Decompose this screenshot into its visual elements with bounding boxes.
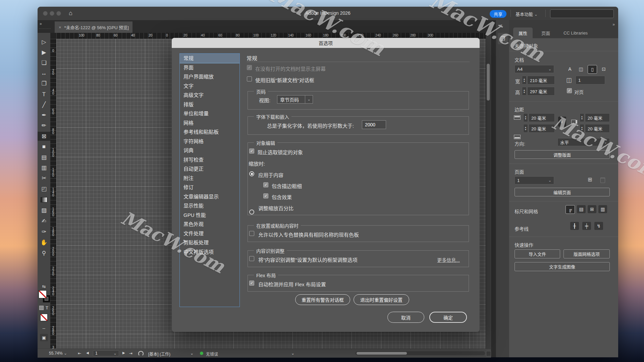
- add-page-icon[interactable]: ⊞: [588, 176, 592, 183]
- delete-page-icon[interactable]: [600, 178, 605, 183]
- facing-pages-checkbox[interactable]: [567, 88, 572, 93]
- link-margins-icon[interactable]: ∞: [558, 117, 566, 127]
- content-collector-tool-icon[interactable]: ❐: [38, 79, 50, 88]
- preferences-category-19[interactable]: 黑色外观: [180, 220, 239, 229]
- book-preset-icon[interactable]: ◫: [577, 65, 585, 73]
- screen-mode-button[interactable]: ▣: [40, 334, 48, 341]
- search-input[interactable]: [550, 9, 614, 18]
- page-numbering-view-select[interactable]: 章节页码 ⌄: [277, 95, 313, 104]
- preferences-category-22[interactable]: 中文排版选项: [180, 247, 239, 257]
- preferences-category-13[interactable]: 自动更正: [180, 164, 239, 174]
- preferences-category-7[interactable]: 单位和增量: [180, 109, 239, 118]
- preferences-category-20[interactable]: 文件处理: [180, 229, 239, 238]
- collapse-to-icons-icon[interactable]: »: [612, 22, 615, 27]
- frame-tool-icon[interactable]: ⊠: [38, 132, 50, 141]
- height-field[interactable]: 297 毫米: [527, 87, 555, 96]
- preferences-category-6[interactable]: 排版: [180, 100, 239, 109]
- reset-warnings-button[interactable]: 重置所有警告对话框: [295, 294, 350, 305]
- preferences-category-9[interactable]: 参考线和粘贴板: [180, 127, 239, 137]
- previous-page-icon[interactable]: ◀: [86, 351, 89, 355]
- scissors-tool-icon[interactable]: ✂: [38, 174, 50, 183]
- include-effects-checkbox[interactable]: [263, 193, 268, 198]
- gradient-tool-icon[interactable]: [38, 195, 50, 204]
- free-transform-tool-icon[interactable]: ◰: [38, 184, 50, 193]
- baseline-grid-icon[interactable]: ▤: [577, 205, 586, 213]
- text-to-image-button[interactable]: 文字生成图像: [515, 262, 610, 271]
- document-grid-icon[interactable]: ⊞: [588, 205, 596, 213]
- preferences-category-4[interactable]: 文字: [180, 81, 239, 91]
- horizontal-grid-tool-icon[interactable]: ▤: [38, 153, 50, 162]
- web-preset-icon[interactable]: ⊡: [599, 65, 608, 73]
- margin-inside-stepper[interactable]: ▲▼: [580, 124, 584, 133]
- page-select[interactable]: 1⌄: [515, 176, 554, 184]
- vertical-scrollbar-thumb[interactable]: [487, 64, 490, 101]
- ruler-origin-corner[interactable]: [50, 33, 57, 39]
- import-file-button[interactable]: 导入文件: [515, 249, 560, 258]
- layout-grid-options-button[interactable]: 版面网格选项: [564, 249, 610, 258]
- preferences-category-1[interactable]: 常规: [180, 54, 239, 63]
- note-tool-icon[interactable]: ✍: [38, 217, 50, 226]
- close-tab-icon[interactable]: ×: [59, 25, 61, 30]
- type-tool-icon[interactable]: T: [38, 90, 50, 99]
- formatting-affects-toggle[interactable]: T: [39, 305, 49, 310]
- eyedropper-tool-icon[interactable]: ✑: [38, 227, 50, 236]
- preferences-category-18[interactable]: GPU 性能: [180, 210, 239, 220]
- margin-bottom-stepper[interactable]: ▲▼: [523, 124, 528, 133]
- preferences-category-12[interactable]: 拼写检查: [180, 155, 239, 165]
- preflight-icon[interactable]: [138, 351, 144, 356]
- share-button[interactable]: 共享: [490, 10, 506, 18]
- adjust-layout-button[interactable]: 调整版面: [515, 150, 610, 159]
- formatting-text-icon[interactable]: T: [46, 305, 48, 310]
- first-page-icon[interactable]: ⇤: [78, 351, 81, 356]
- pen-tool-icon[interactable]: ✒: [38, 111, 50, 120]
- expand-dock-icon[interactable]: »: [40, 21, 42, 26]
- show-home-screen-checkbox[interactable]: [247, 65, 252, 70]
- print-preset-icon[interactable]: A: [566, 65, 574, 73]
- preferences-category-16[interactable]: 文章编辑器显示: [180, 192, 239, 201]
- width-field[interactable]: 210 毫米: [527, 76, 555, 84]
- selection-tool-icon[interactable]: ▷: [38, 38, 50, 47]
- document-tab[interactable]: × *未命名-1222 @ 56% [GPU 预览]: [55, 21, 132, 33]
- smart-guides-icon[interactable]: ↯: [594, 222, 603, 230]
- preflight-profile[interactable]: [基本] (工作): [148, 351, 170, 357]
- apply-none-button[interactable]: [40, 314, 48, 321]
- next-page-icon[interactable]: ▶: [122, 351, 125, 355]
- vertical-ruler[interactable]: 0204060801001201401601802002202402602803…: [50, 39, 56, 349]
- direct-selection-tool-icon[interactable]: ▶: [38, 48, 50, 57]
- preferences-category-8[interactable]: 网格: [180, 118, 239, 128]
- fill-swatch-none[interactable]: [39, 290, 47, 298]
- error-status[interactable]: 无错误: [206, 351, 218, 357]
- preferences-category-3[interactable]: 用户界面缩放: [180, 72, 239, 81]
- guides-icon[interactable]: ╂: [570, 222, 579, 230]
- content-aware-default-checkbox[interactable]: [249, 256, 254, 261]
- zoom-tool-icon[interactable]: ⚲: [38, 249, 50, 258]
- gradient-feather-tool-icon[interactable]: ▨: [38, 206, 50, 215]
- include-stroke-weight-checkbox[interactable]: [263, 182, 268, 187]
- page-size-select[interactable]: A4⌄: [515, 65, 554, 73]
- preferences-category-17[interactable]: 显示性能: [180, 201, 239, 210]
- rectangle-tool-icon[interactable]: ■: [38, 142, 50, 151]
- horizontal-scrollbar[interactable]: [356, 351, 485, 355]
- apply-to-content-radio[interactable]: [249, 171, 254, 176]
- more-info-link[interactable]: 更多信息...: [437, 256, 460, 263]
- page-tool-icon[interactable]: ❏: [38, 58, 50, 67]
- flex-auto-detect-checkbox[interactable]: [249, 281, 254, 286]
- tab-properties[interactable]: 属性: [513, 27, 533, 38]
- pages-count-field[interactable]: 1: [576, 76, 605, 84]
- collapse-dock-icon[interactable]: «: [500, 23, 502, 27]
- lock-guides-icon[interactable]: ╪: [582, 222, 591, 230]
- swap-fill-stroke-icon[interactable]: ⇆: [38, 283, 50, 290]
- last-page-icon[interactable]: ⇥: [129, 351, 132, 356]
- scroll-corner-widget[interactable]: [486, 351, 491, 356]
- preferences-category-14[interactable]: 附注: [180, 174, 239, 183]
- chevron-down-icon[interactable]: ⌄: [291, 351, 294, 356]
- preferences-category-2[interactable]: 界面: [180, 63, 239, 72]
- orientation-select[interactable]: 水平⌄: [557, 138, 610, 146]
- workspace-switcher[interactable]: 基本功能 ⌄: [516, 11, 538, 17]
- margin-inside-field[interactable]: 20 毫米: [585, 124, 610, 133]
- page-number-field[interactable]: 1⌄: [93, 350, 119, 356]
- zoom-level[interactable]: 55.74% ⌄: [49, 351, 67, 356]
- preferences-category-15[interactable]: 修订: [180, 183, 239, 192]
- formatting-container-icon[interactable]: [39, 306, 44, 310]
- reset-prefs-button[interactable]: 退出时重置偏好设置: [354, 294, 409, 305]
